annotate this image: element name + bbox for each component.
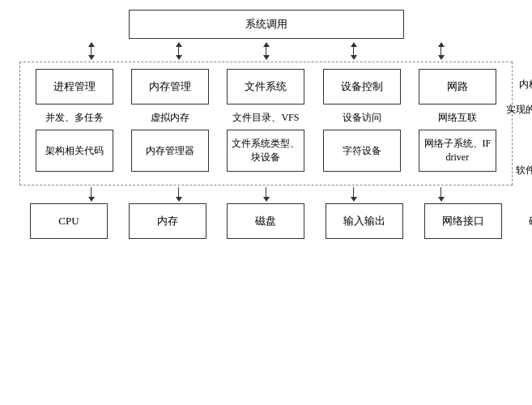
- arrow-line: [266, 47, 266, 55]
- arrowhead-down: [88, 197, 95, 202]
- hardware-section-wrapper: CPU 内存 磁盘 输入输出 网络接口 硬件: [19, 203, 513, 239]
- filesystem-box: 文件系统: [227, 69, 304, 104]
- arrowhead-down: [438, 197, 445, 202]
- func-proc-label: 并发、多任务: [45, 112, 104, 123]
- arrow-line: [440, 47, 441, 55]
- arrow-sw-hw-3: [263, 187, 270, 202]
- arrowhead-down: [263, 197, 270, 202]
- arrow-sw-hw-2: [176, 187, 182, 202]
- arrowhead-down: [88, 55, 95, 60]
- hardware-label: 硬件: [529, 215, 532, 228]
- hw-nic-box: 网络接口: [424, 203, 502, 239]
- arrowhead-down: [263, 55, 270, 60]
- software-boxes-row: 架构相关代码 内存管理器 文件系统类型、块设备 字符设备 网络子系统、IF dr…: [27, 130, 505, 172]
- sw-fs-box: 文件系统类型、块设备: [227, 130, 304, 172]
- arrow-line: [178, 47, 179, 55]
- func-net-item: 网络互联: [419, 111, 496, 125]
- func-proc-item: 并发、多任务: [36, 111, 113, 125]
- device-ctrl-box: 设备控制: [323, 69, 401, 104]
- arrowhead-down: [438, 55, 445, 60]
- arrows-sw-hw: [48, 187, 485, 202]
- proc-mgmt-box: 进程管理: [36, 69, 113, 104]
- function-label: 实现的功能: [506, 102, 532, 116]
- sw-netdrv-label: 网络子系统、IF driver: [423, 137, 492, 164]
- software-label: 软件支持: [516, 164, 532, 177]
- arrow-3: [263, 42, 270, 60]
- func-fs-label: 文件目录、VFS: [232, 112, 299, 123]
- func-fs-item: 文件目录、VFS: [227, 111, 304, 125]
- sw-arch-label: 架构相关代码: [45, 144, 104, 158]
- hardware-label-text: 硬件: [529, 215, 532, 227]
- device-ctrl-label: 设备控制: [341, 79, 383, 94]
- arrow-line: [178, 187, 179, 197]
- arrow-5: [438, 42, 445, 60]
- hardware-boxes-row: CPU 内存 磁盘 输入输出 网络接口: [19, 203, 513, 239]
- arrow-line: [91, 187, 92, 197]
- arrow-4: [351, 42, 357, 60]
- func-net-label: 网络互联: [438, 112, 477, 123]
- arrowhead-down: [351, 197, 357, 202]
- syscall-label: 系统调用: [245, 18, 287, 30]
- arrow-line: [353, 187, 354, 197]
- kernel-label-text: 内核子系统: [519, 79, 532, 90]
- arrow-sw-hw-4: [351, 187, 357, 202]
- hw-io-box: 输入输出: [326, 203, 403, 239]
- arrows-syscall-kernel: [48, 42, 485, 60]
- sw-char-label: 字符设备: [343, 144, 381, 158]
- arrow-sw-hw-5: [438, 187, 445, 202]
- sw-netdrv-box: 网络子系统、IF driver: [419, 130, 496, 172]
- func-mem-label: 虚拟内存: [151, 112, 189, 123]
- mem-mgmt-label: 内存管理: [149, 79, 191, 94]
- arrowhead-down: [351, 55, 357, 60]
- software-label-text: 软件支持: [516, 164, 532, 176]
- arrow-line: [353, 47, 354, 55]
- hw-cpu-box: CPU: [30, 203, 108, 239]
- sw-mm-label: 内存管理器: [146, 144, 194, 158]
- function-labels-row: 并发、多任务 虚拟内存 文件目录、VFS 设备访问 网络互联: [27, 104, 505, 130]
- network-label: 网路: [447, 79, 468, 94]
- hw-cpu-label: CPU: [58, 214, 79, 228]
- sw-fs-label: 文件系统类型、块设备: [231, 137, 300, 164]
- arrow-2: [176, 42, 182, 60]
- kernel-dashed-box: 进程管理 内存管理 文件系统 设备控制 网路 并发、多任务: [19, 62, 513, 185]
- function-label-text: 实现的功能: [506, 103, 532, 114]
- diagram: 系统调用: [0, 0, 532, 405]
- arrowhead-down: [176, 55, 182, 60]
- arrow-line: [266, 187, 266, 197]
- proc-mgmt-label: 进程管理: [53, 79, 96, 94]
- func-dev-item: 设备访问: [323, 111, 401, 125]
- arrow-line: [91, 47, 92, 55]
- syscall-row: 系统调用: [8, 10, 524, 39]
- arrow-line: [440, 187, 441, 197]
- func-mem-item: 虚拟内存: [131, 111, 209, 125]
- arrow-1: [88, 42, 95, 60]
- arrowhead-down: [176, 197, 182, 202]
- sw-arch-box: 架构相关代码: [36, 130, 113, 172]
- sw-char-box: 字符设备: [323, 130, 401, 172]
- mem-mgmt-box: 内存管理: [131, 69, 209, 104]
- hw-io-label: 输入输出: [343, 214, 385, 228]
- hw-disk-box: 磁盘: [227, 203, 304, 239]
- hw-nic-label: 网络接口: [442, 214, 484, 228]
- hw-mem-box: 内存: [129, 203, 206, 239]
- filesystem-label: 文件系统: [245, 79, 287, 94]
- arrow-sw-hw-1: [88, 187, 95, 202]
- hw-mem-label: 内存: [157, 214, 178, 228]
- kernel-boxes-row: 进程管理 内存管理 文件系统 设备控制 网路: [27, 69, 505, 104]
- network-box: 网路: [419, 69, 496, 104]
- func-dev-label: 设备访问: [343, 112, 381, 123]
- kernel-section-wrapper: 进程管理 内存管理 文件系统 设备控制 网路 并发、多任务: [19, 62, 513, 185]
- syscall-box: 系统调用: [129, 10, 404, 39]
- sw-mm-box: 内存管理器: [131, 130, 209, 172]
- hw-disk-label: 磁盘: [255, 214, 276, 228]
- kernel-section-label: 内核子系统: [519, 78, 532, 92]
